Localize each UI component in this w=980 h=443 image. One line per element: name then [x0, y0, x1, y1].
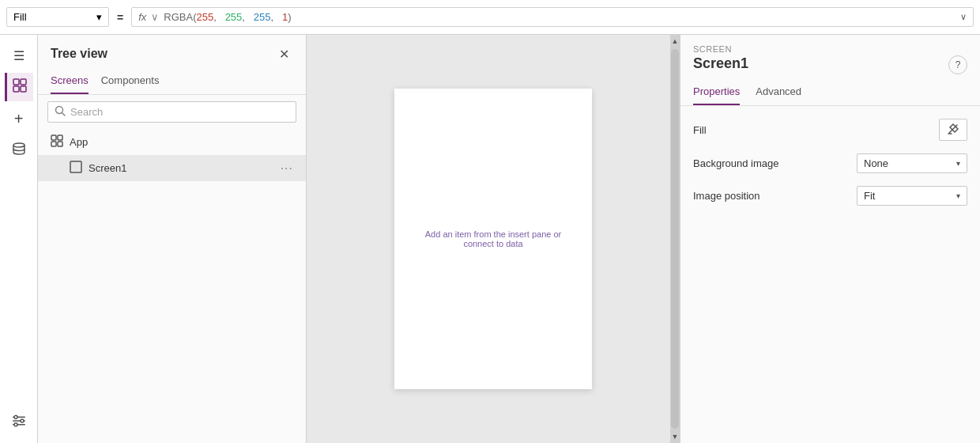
svg-rect-14	[58, 135, 62, 140]
fx-label: fx	[138, 11, 146, 23]
props-header: SCREEN Screen1 ?	[680, 35, 980, 74]
tree-item-app[interactable]: App	[38, 129, 306, 155]
app-label: App	[70, 136, 293, 148]
properties-panel: SCREEN Screen1 ? Properties Advanced Fil…	[680, 35, 980, 443]
hamburger-icon: ☰	[13, 48, 24, 63]
background-image-chevron: ▾	[956, 159, 960, 168]
sidebar-item-insert[interactable]: +	[5, 104, 33, 133]
tab-advanced[interactable]: Advanced	[756, 81, 801, 105]
sidebar-icons: ☰ +	[0, 35, 38, 443]
search-input[interactable]	[70, 106, 289, 118]
screen1-label: Screen1	[89, 162, 274, 174]
rgba-r: 255	[196, 11, 213, 23]
svg-rect-13	[51, 135, 56, 140]
tree-close-button[interactable]: ✕	[274, 44, 293, 63]
screen-canvas: Add an item from the insert pane or conn…	[394, 89, 592, 389]
background-image-label: Background image	[693, 157, 857, 169]
tab-properties[interactable]: Properties	[693, 81, 740, 105]
background-image-control: None ▾	[857, 153, 967, 173]
svg-point-10	[14, 423, 17, 426]
background-image-select[interactable]: None ▾	[857, 153, 967, 173]
sidebar-item-menu[interactable]: ☰	[5, 41, 33, 70]
tree-item-screen1[interactable]: Screen1 ···	[38, 155, 306, 181]
formula-input[interactable]: fx ∨ RGBA(255, 255, 255, 1) ∨	[131, 7, 974, 27]
more-options-icon[interactable]: ···	[281, 161, 293, 176]
settings-icon	[12, 414, 26, 431]
props-tabs: Properties Advanced	[680, 74, 980, 106]
svg-rect-3	[21, 86, 26, 92]
search-icon	[55, 105, 66, 119]
close-icon: ✕	[279, 47, 289, 62]
fill-button[interactable]	[939, 119, 967, 141]
fill-control	[939, 119, 967, 141]
image-position-value: Fit	[864, 190, 875, 202]
image-position-select[interactable]: Fit ▾	[857, 186, 967, 206]
prop-row-background-image: Background image None ▾	[693, 153, 967, 173]
tree-header: Tree view ✕	[38, 35, 306, 70]
svg-line-12	[62, 113, 66, 116]
rgba-g: 255	[225, 11, 243, 23]
property-select[interactable]: Fill ▾	[6, 7, 109, 27]
sidebar-item-data[interactable]	[5, 136, 33, 165]
image-position-control: Fit ▾	[857, 186, 967, 206]
rgba-b: 255	[254, 11, 271, 23]
svg-point-9	[21, 419, 24, 422]
screen-type-label: SCREEN	[693, 44, 748, 54]
canvas-hint: Add an item from the insert pane or conn…	[394, 229, 592, 248]
tab-components[interactable]: Components	[101, 70, 160, 94]
screen-icon	[70, 161, 82, 176]
svg-point-8	[14, 415, 17, 418]
tree-title: Tree view	[51, 47, 107, 61]
help-button[interactable]: ?	[948, 55, 967, 74]
sidebar-item-settings[interactable]	[5, 408, 33, 437]
svg-rect-2	[21, 79, 26, 85]
main-layout: ☰ +	[0, 35, 980, 443]
tree-panel: Tree view ✕ Screens Components	[38, 35, 307, 443]
search-wrap[interactable]	[47, 101, 296, 123]
help-icon: ?	[956, 59, 961, 70]
scrollbar-up[interactable]: ▲	[670, 35, 680, 47]
prop-row-image-position: Image position Fit ▾	[693, 186, 967, 206]
props-screen-info: SCREEN Screen1	[693, 44, 748, 72]
sidebar-item-treeview[interactable]	[5, 73, 33, 101]
layers-icon	[13, 78, 27, 96]
screen-name: Screen1	[693, 55, 748, 72]
svg-rect-16	[58, 142, 62, 146]
formula-text: RGBA(255, 255, 255, 1)	[164, 11, 291, 23]
svg-rect-15	[51, 142, 56, 146]
svg-point-4	[13, 143, 24, 147]
fx-separator: ∨	[151, 11, 159, 23]
scrollbar-track[interactable]	[671, 49, 679, 429]
prop-row-fill: Fill	[693, 119, 967, 141]
scrollbar-down[interactable]: ▼	[670, 430, 680, 443]
fill-icon	[947, 123, 959, 138]
image-position-label: Image position	[693, 190, 857, 202]
svg-rect-1	[13, 86, 19, 92]
tree-tabs: Screens Components	[38, 70, 306, 95]
rgba-a: 1	[282, 11, 288, 23]
image-position-chevron: ▾	[956, 191, 960, 200]
plus-icon: +	[14, 110, 24, 128]
tree-search	[38, 95, 306, 129]
tab-screens[interactable]: Screens	[51, 70, 89, 94]
app-icon	[51, 134, 63, 150]
property-select-label: Fill	[13, 11, 27, 23]
svg-rect-0	[13, 79, 19, 85]
background-image-value: None	[864, 157, 888, 169]
tree-items: App Screen1 ···	[38, 129, 306, 443]
data-icon	[12, 142, 26, 159]
equals-sign: =	[114, 11, 126, 24]
canvas-area: Add an item from the insert pane or conn…	[307, 35, 680, 443]
fill-label: Fill	[693, 124, 939, 136]
formula-chevron: ∨	[960, 12, 967, 22]
formula-bar: Fill ▾ = fx ∨ RGBA(255, 255, 255, 1) ∨	[0, 0, 980, 35]
property-select-chevron: ▾	[96, 11, 102, 23]
canvas-scrollbar[interactable]: ▲ ▼	[670, 35, 680, 443]
svg-rect-17	[70, 161, 81, 172]
props-content: Fill Background image	[680, 106, 980, 218]
